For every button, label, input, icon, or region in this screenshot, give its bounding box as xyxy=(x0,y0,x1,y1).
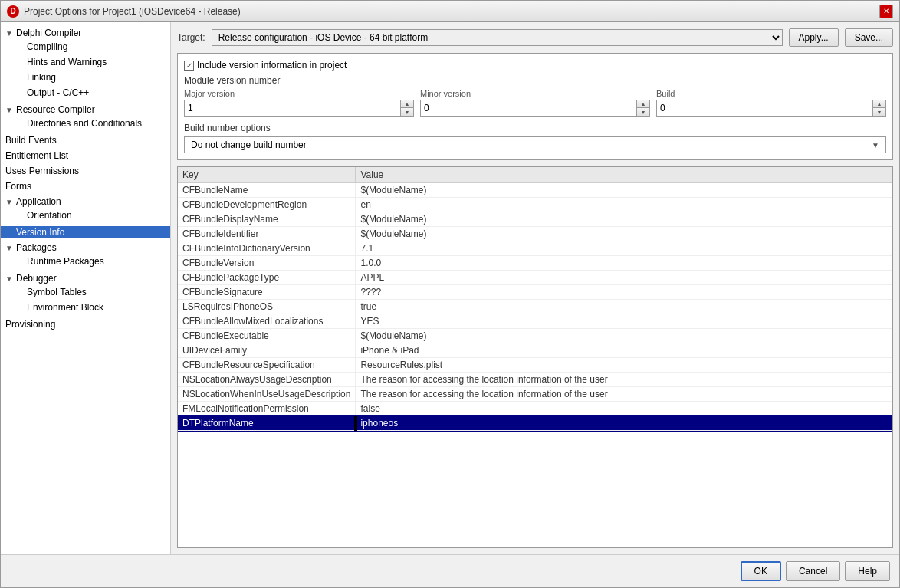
help-button[interactable]: Help xyxy=(845,561,890,581)
table-cell-value: en xyxy=(356,198,892,212)
major-up-btn[interactable]: ▲ xyxy=(401,100,413,108)
tree-label-version-info: Version Info xyxy=(16,227,64,238)
table-row[interactable]: CFBundleDisplayName$(ModuleName) xyxy=(178,212,892,227)
tree-item-env-block[interactable]: Environment Block xyxy=(11,300,170,315)
table-cell-value: 1.0.0 xyxy=(356,256,892,271)
resource-compiler-children: Directories and Conditionals xyxy=(1,116,170,131)
tree-label-delphi-compiler: Delphi Compiler xyxy=(16,28,81,38)
tree-item-dirs-conditionals[interactable]: Directories and Conditionals xyxy=(11,116,170,131)
minor-up-btn[interactable]: ▲ xyxy=(637,100,649,108)
table-row[interactable]: CFBundleDevelopmentRegionen xyxy=(178,198,892,212)
tree-label-entitlement: Entitlement List xyxy=(5,150,68,161)
tree-label-forms: Forms xyxy=(5,181,31,192)
target-row: Target: Release configuration - iOS Devi… xyxy=(177,28,893,47)
resource-arrow: ▼ xyxy=(4,104,15,115)
collapse-arrow: ▼ xyxy=(4,28,15,38)
table-row[interactable]: CFBundleVersion1.0.0 xyxy=(178,256,892,271)
table-cell-value: ResourceRules.plist xyxy=(356,358,892,373)
tree-item-delphi-compiler[interactable]: ▼ Delphi Compiler Compiling Hints and Wa… xyxy=(1,25,170,102)
table-cell-value: $(ModuleName) xyxy=(356,329,892,343)
major-spinner-btns: ▲ ▼ xyxy=(400,100,413,116)
close-button[interactable]: ✕ xyxy=(879,5,893,18)
save-button[interactable]: Save... xyxy=(845,28,893,47)
tree-item-symbol-tables[interactable]: Symbol Tables xyxy=(11,284,170,300)
build-down-btn[interactable]: ▼ xyxy=(873,108,885,116)
table-row[interactable]: CFBundlePackageTypeAPPL xyxy=(178,271,892,285)
table-row[interactable]: CFBundleSignature???? xyxy=(178,285,892,300)
include-version-checkbox[interactable] xyxy=(184,61,194,71)
tree-item-entitlement[interactable]: Entitlement List xyxy=(1,148,170,163)
tree-label-provisioning: Provisioning xyxy=(5,319,55,330)
table-row[interactable]: NSLocationAlwaysUsageDescriptionThe reas… xyxy=(178,373,892,387)
tree-item-runtime-packages[interactable]: Runtime Packages xyxy=(11,254,170,269)
table-row[interactable]: CFBundleInfoDictionaryVersion7.1 xyxy=(178,241,892,256)
tree-item-version-info[interactable]: Version Info xyxy=(1,225,170,240)
table-cell-value: ???? xyxy=(356,285,892,300)
tree-item-provisioning[interactable]: Provisioning xyxy=(1,317,170,332)
table-row[interactable]: CFBundleExecutable$(ModuleName) xyxy=(178,329,892,343)
tree-label-orientation: Orientation xyxy=(27,210,72,221)
apply-button[interactable]: Apply... xyxy=(789,28,839,47)
build-up-btn[interactable]: ▲ xyxy=(873,100,885,108)
tree-item-linking[interactable]: Linking xyxy=(11,70,170,85)
table-cell-key: CFBundleDevelopmentRegion xyxy=(178,198,356,212)
table-cell-value: The reason for accessing the location in… xyxy=(356,373,892,387)
build-spinner-btns: ▲ ▼ xyxy=(872,100,885,116)
window-title: Project Options for Project1 (iOSDevice6… xyxy=(24,6,241,17)
bottom-bar: OK Cancel Help xyxy=(1,554,899,587)
tree-label-build-events: Build Events xyxy=(5,135,57,146)
include-version-label: Include version information in project xyxy=(197,60,347,71)
tree-item-compiling[interactable]: Compiling xyxy=(11,39,170,54)
table-row[interactable]: CFBundleResourceSpecificationResourceRul… xyxy=(178,358,892,373)
tree-item-hints-warnings[interactable]: Hints and Warnings xyxy=(11,54,170,70)
minor-input[interactable] xyxy=(421,100,636,116)
cancel-button[interactable]: Cancel xyxy=(786,561,840,581)
build-dropdown[interactable]: Do not change build number ▼ xyxy=(184,136,886,153)
major-down-btn[interactable]: ▼ xyxy=(401,108,413,116)
tree-label-application: Application xyxy=(16,196,61,207)
tree-label-debugger: Debugger xyxy=(16,273,57,284)
tree-item-uses-permissions[interactable]: Uses Permissions xyxy=(1,163,170,179)
key-value-table: Key Value CFBundleName$(ModuleName)CFBun… xyxy=(178,167,892,431)
table-row[interactable]: FMLocalNotificationPermissionfalse xyxy=(178,402,892,416)
tree-item-resource-compiler[interactable]: ▼ Resource Compiler Directories and Cond… xyxy=(1,102,170,133)
minor-spinner: ▲ ▼ xyxy=(420,100,650,117)
table-cell-key: NSLocationWhenInUseUsageDescription xyxy=(178,387,356,402)
tree-item-output-cpp[interactable]: Output - C/C++ xyxy=(11,85,170,100)
table-row[interactable]: CFBundleName$(ModuleName) xyxy=(178,183,892,198)
debugger-children: Symbol Tables Environment Block xyxy=(1,284,170,315)
target-dropdown[interactable]: Release configuration - iOS Device - 64 … xyxy=(212,29,783,46)
ok-button[interactable]: OK xyxy=(741,561,781,581)
table-row[interactable]: CFBundleIdentifier$(ModuleName) xyxy=(178,227,892,241)
title-bar: D Project Options for Project1 (iOSDevic… xyxy=(1,1,899,22)
tree-item-debugger[interactable]: ▼ Debugger Symbol Tables Environment Blo… xyxy=(1,271,170,317)
table-row[interactable]: UIDeviceFamilyiPhone & iPad xyxy=(178,343,892,358)
major-input[interactable] xyxy=(185,100,400,116)
build-dropdown-arrow: ▼ xyxy=(872,141,879,149)
table-cell-value: $(ModuleName) xyxy=(356,227,892,241)
table-row[interactable]: NSLocationWhenInUseUsageDescriptionThe r… xyxy=(178,387,892,402)
table-cell-key: CFBundleAllowMixedLocalizations xyxy=(178,314,356,329)
tree-item-application[interactable]: ▼ Application Orientation xyxy=(1,194,170,225)
table-cell-value: 7.1 xyxy=(356,241,892,256)
tree-item-packages[interactable]: ▼ Packages Runtime Packages xyxy=(1,240,170,271)
table-cell-value: APPL xyxy=(356,271,892,285)
tree-item-forms[interactable]: Forms xyxy=(1,179,170,194)
table-cell-key: CFBundlePackageType xyxy=(178,271,356,285)
table-cell-key: UIDeviceFamily xyxy=(178,343,356,358)
tree-label-uses-permissions: Uses Permissions xyxy=(5,166,79,176)
table-cell-value: The reason for accessing the location in… xyxy=(356,387,892,402)
tree-item-orientation[interactable]: Orientation xyxy=(11,208,170,223)
key-value-table-wrap: Key Value CFBundleName$(ModuleName)CFBun… xyxy=(177,166,893,548)
major-version-field: Major version ▲ ▼ xyxy=(184,89,414,117)
table-cell-value: $(ModuleName) xyxy=(356,183,892,198)
minor-down-btn[interactable]: ▼ xyxy=(637,108,649,116)
col-header-key: Key xyxy=(178,167,356,183)
table-row[interactable]: CFBundleAllowMixedLocalizationsYES xyxy=(178,314,892,329)
table-row[interactable]: LSRequiresIPhoneOStrue xyxy=(178,300,892,314)
build-input[interactable] xyxy=(657,100,872,116)
table-cell-value: iphoneos xyxy=(356,416,892,431)
table-cell-value: false xyxy=(356,402,892,416)
table-row[interactable]: DTPlatformNameiphoneos xyxy=(178,416,892,431)
tree-item-build-events[interactable]: Build Events xyxy=(1,133,170,148)
